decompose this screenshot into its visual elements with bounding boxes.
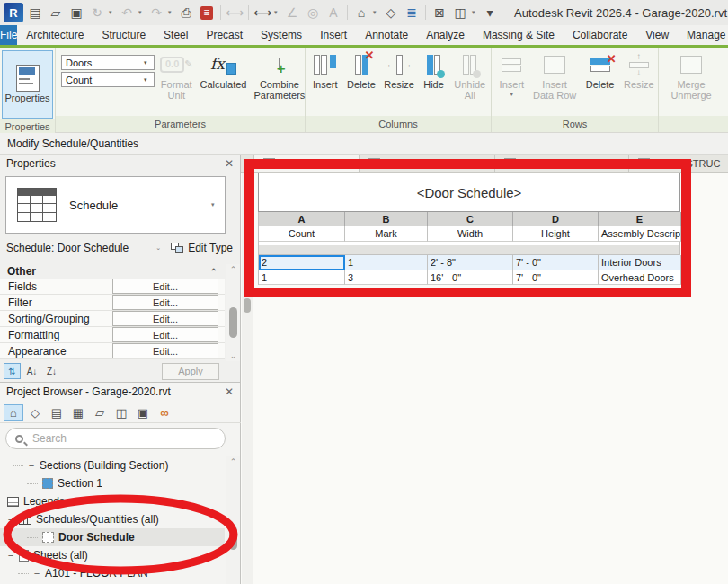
redo-icon[interactable]: ↷ bbox=[147, 3, 165, 22]
scrollbar-thumb[interactable] bbox=[229, 526, 237, 550]
panel-label-parameters[interactable]: Parameters bbox=[56, 116, 305, 132]
column-header-assembly[interactable]: Assembly Descripti bbox=[599, 226, 681, 242]
sorting-edit-button[interactable]: Edit... bbox=[112, 311, 218, 326]
redo-dropdown-icon[interactable]: ▾ bbox=[168, 9, 174, 16]
tree-item-a101[interactable]: − A101 - FLOOR PLAN bbox=[0, 564, 225, 582]
cell-assembly[interactable]: Overhead Doors bbox=[599, 270, 681, 285]
merge-unmerge-button[interactable]: Merge Unmerge bbox=[666, 50, 716, 102]
panel-label-rows[interactable]: Rows bbox=[492, 116, 658, 132]
tab-insert[interactable]: Insert bbox=[311, 25, 356, 45]
column-letter[interactable]: A bbox=[259, 212, 345, 226]
cell-height[interactable]: 7' - 0" bbox=[513, 255, 599, 270]
scrollbar-thumb[interactable] bbox=[244, 298, 251, 313]
scroll-up-icon[interactable]: ⌃ bbox=[226, 457, 240, 466]
tab-file[interactable]: File bbox=[0, 25, 17, 45]
scrollbar-thumb[interactable] bbox=[229, 307, 237, 338]
undo-icon[interactable]: ↶ bbox=[118, 3, 136, 22]
scroll-down-icon[interactable]: ⌄ bbox=[226, 351, 240, 360]
close-icon[interactable]: ✕ bbox=[225, 385, 234, 398]
cell-width[interactable]: 16' - 0" bbox=[428, 270, 513, 285]
search-input[interactable] bbox=[31, 431, 216, 446]
schedules-icon[interactable]: ▦ bbox=[68, 404, 88, 421]
open-icon[interactable]: ▱ bbox=[47, 3, 65, 22]
fields-edit-button[interactable]: Edit... bbox=[112, 279, 218, 294]
section-icon[interactable]: ◇ bbox=[382, 3, 400, 22]
resize-row-button[interactable]: ↑↓ Resize bbox=[622, 50, 656, 92]
delete-row-button[interactable]: ✕ Delete bbox=[582, 50, 618, 92]
cell-width[interactable]: 2' - 8" bbox=[428, 255, 513, 270]
text-icon[interactable]: A bbox=[324, 3, 342, 22]
revit-logo-icon[interactable]: R bbox=[4, 3, 23, 22]
aligned-dimension-icon[interactable]: ⟷ bbox=[226, 3, 244, 22]
tag-icon[interactable]: ◎ bbox=[304, 3, 322, 22]
panel-label-columns[interactable]: Columns bbox=[306, 116, 491, 132]
cell-count-selected[interactable]: 2 bbox=[259, 255, 345, 270]
properties-toggle-icon[interactable]: ▤ bbox=[26, 3, 44, 22]
3d-view-dropdown-icon[interactable]: ▾ bbox=[373, 9, 379, 16]
tree-item-sections[interactable]: − Sections (Building Section) bbox=[0, 456, 225, 474]
parameter-dropdown[interactable]: Count ▾ bbox=[61, 72, 155, 87]
measure-icon[interactable]: ⟷ bbox=[253, 3, 271, 22]
sort-default-button[interactable]: ⇅ bbox=[4, 363, 21, 379]
sheets-icon[interactable]: ▱ bbox=[90, 404, 110, 421]
column-letter[interactable]: E bbox=[599, 212, 681, 226]
column-header-mark[interactable]: Mark bbox=[345, 226, 428, 242]
column-header-count[interactable]: Count bbox=[259, 226, 345, 242]
browser-scrollbar[interactable]: ⌃ bbox=[226, 456, 240, 584]
combine-parameters-button[interactable]: ＋ Combine Parameters bbox=[253, 50, 307, 102]
cell-count[interactable]: 1 bbox=[259, 270, 345, 285]
tree-item-sheets[interactable]: − Sheets (all) bbox=[0, 546, 225, 564]
close-icon[interactable]: ✕ bbox=[225, 157, 234, 170]
tab-systems[interactable]: Systems bbox=[252, 25, 311, 45]
tab-steel[interactable]: Steel bbox=[155, 25, 197, 45]
customize-qat-icon[interactable]: ▾ bbox=[481, 3, 499, 22]
tree-item-section-1[interactable]: Section 1 bbox=[0, 474, 225, 492]
filter-edit-button[interactable]: Edit... bbox=[112, 295, 218, 310]
canvas-left-scrollbar[interactable] bbox=[242, 173, 253, 584]
tab-manage[interactable]: Manage bbox=[678, 25, 728, 45]
list-icon[interactable]: ▤ bbox=[47, 404, 67, 421]
insert-image-button[interactable]: Insert Image bbox=[722, 50, 728, 102]
export-icon[interactable]: ≣ bbox=[198, 3, 216, 22]
insert-column-button[interactable]: Insert bbox=[309, 50, 342, 92]
sync-dropdown-icon[interactable]: ▾ bbox=[109, 9, 115, 16]
column-letter[interactable]: B bbox=[345, 212, 428, 226]
panels-icon[interactable]: ◫ bbox=[111, 404, 131, 421]
sort-descending-button[interactable]: Z↓ bbox=[43, 363, 60, 379]
calculated-button[interactable]: fx Calculated bbox=[199, 50, 249, 92]
insert-data-row-button[interactable]: Insert Data Row bbox=[531, 50, 579, 102]
home-icon[interactable]: ⌂ bbox=[4, 404, 23, 421]
save-icon[interactable]: ▣ bbox=[67, 3, 85, 22]
delete-column-button[interactable]: ✕ Delete bbox=[344, 50, 379, 92]
column-letter[interactable]: C bbox=[428, 212, 513, 226]
resize-column-button[interactable]: ←→ Resize bbox=[382, 50, 417, 92]
collapse-minus-icon[interactable]: − bbox=[28, 460, 35, 471]
appearance-edit-button[interactable]: Edit... bbox=[112, 343, 218, 358]
tab-structure[interactable]: Structure bbox=[93, 25, 155, 45]
tab-view[interactable]: View bbox=[636, 25, 678, 45]
view-tab-a101[interactable]: A101 - FLOOR PLAN bbox=[360, 155, 495, 172]
tree-item-schedules[interactable]: − Schedules/Quantities (all) bbox=[0, 510, 225, 528]
sync-icon[interactable]: ↻ bbox=[88, 3, 106, 22]
sort-ascending-button[interactable]: A↓ bbox=[23, 363, 40, 379]
switch-windows-icon[interactable]: ◫ bbox=[451, 3, 469, 22]
measure-dropdown-icon[interactable]: ▾ bbox=[274, 9, 280, 16]
tab-precast[interactable]: Precast bbox=[197, 25, 252, 45]
switch-windows-dropdown-icon[interactable]: ▾ bbox=[472, 9, 478, 16]
category-dropdown[interactable]: Doors ▾ bbox=[61, 55, 155, 70]
instance-chevron-icon[interactable]: ⌄ bbox=[155, 244, 162, 252]
view-tab-1[interactable]: 1/7 BN bbox=[253, 155, 360, 172]
search-box[interactable] bbox=[5, 428, 226, 449]
panel-label-titles[interactable] bbox=[659, 116, 728, 132]
scroll-up-icon[interactable]: ⌃ bbox=[226, 265, 240, 274]
collapse-minus-icon[interactable]: − bbox=[7, 514, 14, 525]
cell-assembly[interactable]: Interior Doors bbox=[599, 255, 681, 270]
tree-item-door-schedule[interactable]: Door Schedule bbox=[0, 528, 225, 546]
group-header-other[interactable]: Other ⌃ bbox=[0, 264, 225, 279]
tree-item-legends[interactable]: Legends bbox=[0, 492, 225, 510]
cell-mark[interactable]: 3 bbox=[345, 270, 428, 285]
tab-architecture[interactable]: Architecture bbox=[17, 25, 93, 45]
column-letter[interactable]: D bbox=[513, 212, 599, 226]
views-filter-icon[interactable]: ◇ bbox=[25, 404, 45, 421]
default-3d-view-icon[interactable]: ⌂ bbox=[352, 3, 370, 22]
